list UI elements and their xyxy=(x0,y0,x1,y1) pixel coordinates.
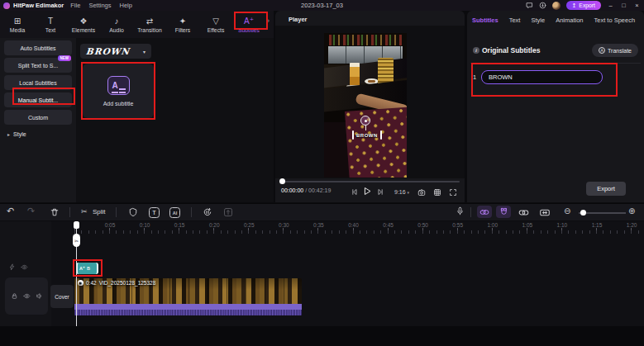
magic-icon[interactable] xyxy=(8,263,16,271)
media-icon: ⊞ xyxy=(14,17,21,26)
undo-icon[interactable]: ↶ xyxy=(7,206,14,216)
panel-export-button[interactable]: Export xyxy=(586,182,626,196)
speed-icon[interactable] xyxy=(203,207,212,217)
ruler-label: 0:40 xyxy=(348,222,359,228)
divider xyxy=(470,207,471,217)
scissors-icon[interactable]: ✂ xyxy=(81,207,88,216)
video-clip[interactable]: ▶ 0:42 VID_20250128_125328 xyxy=(74,278,302,304)
minimize-button[interactable]: – xyxy=(607,2,614,9)
sidebar-item-label: Auto Subtitles xyxy=(20,45,55,51)
play-icon[interactable] xyxy=(363,187,372,196)
export-clip-icon[interactable] xyxy=(223,207,233,217)
previous-frame-icon[interactable] xyxy=(351,188,358,196)
playhead-handle[interactable] xyxy=(74,221,79,229)
subtitle-text-input[interactable] xyxy=(481,70,603,84)
toolbar-item-filters[interactable]: ✦Filters xyxy=(166,12,199,37)
toolbar-item-effects[interactable]: ▽Effects xyxy=(199,12,232,37)
text-tool-icon[interactable]: T xyxy=(149,207,160,218)
split-label[interactable]: Split xyxy=(93,208,106,216)
next-frame-icon[interactable] xyxy=(377,188,384,196)
avatar[interactable] xyxy=(552,2,561,10)
section-title: i Original Subtitles xyxy=(473,46,540,55)
time-display: 00:00:00 / 00:42:19 xyxy=(281,187,331,193)
toolbar-item-audio[interactable]: ♪Audio xyxy=(100,12,133,37)
sidebar-item-local-subtitles[interactable]: Local Subtitles xyxy=(4,75,72,90)
zoom-out-icon[interactable]: ⊖ xyxy=(564,206,570,216)
tab-subtitles[interactable]: Subtitles xyxy=(472,17,499,24)
export-button[interactable]: ↥ Export xyxy=(566,1,601,10)
menu-bar: File Settings Help xyxy=(70,2,132,9)
tab-animation[interactable]: Animation xyxy=(556,17,583,24)
download-icon[interactable] xyxy=(539,2,546,9)
menu-file[interactable]: File xyxy=(70,2,80,9)
close-button[interactable]: × xyxy=(633,2,641,9)
ruler-label: 0:50 xyxy=(417,222,428,228)
audio-waveform[interactable] xyxy=(74,304,302,315)
app-logo-icon xyxy=(3,2,10,9)
tab-style[interactable]: Style xyxy=(531,17,545,24)
preset-dropdown[interactable]: BROWN ▾ xyxy=(80,44,151,59)
add-subtitle-button[interactable]: A Add subtitle xyxy=(83,64,154,118)
sidebar-item-manual-subtit[interactable]: Manual Subtit... xyxy=(4,92,72,107)
toolbar-item-elements[interactable]: ❖Elements xyxy=(67,12,100,37)
sidebar-item-style[interactable]: ▸Style xyxy=(7,131,76,137)
unlink-icon[interactable] xyxy=(518,207,529,218)
ruler-label: 1:15 xyxy=(592,222,603,228)
sidebar-item-custom[interactable]: Custom xyxy=(4,110,72,125)
ruler-label: 0:15 xyxy=(174,222,185,228)
maximize-button[interactable]: □ xyxy=(620,2,627,9)
translate-icon: A xyxy=(599,47,605,54)
snapshot-icon[interactable] xyxy=(417,188,426,197)
toolbar-item-media[interactable]: ⊞Media xyxy=(1,12,34,37)
video-track-header xyxy=(5,277,48,315)
sidebar-item-auto-subtitles[interactable]: Auto Subtitles xyxy=(4,40,72,55)
feedback-icon[interactable] xyxy=(526,2,533,9)
toolbar-item-subtitles[interactable]: A⁺Subtitles xyxy=(232,12,265,37)
tab-text-to-speech[interactable]: Text to Speech xyxy=(594,17,635,24)
aspect-ratio-select[interactable]: 9:16 ▾ xyxy=(394,189,409,195)
zoom-in-icon[interactable]: ⊕ xyxy=(628,206,635,216)
subtitle-rotate-handle[interactable] xyxy=(360,116,370,126)
caret-right-icon: ▸ xyxy=(7,131,10,137)
transition-icon: ⇄ xyxy=(146,17,153,26)
trash-icon[interactable] xyxy=(50,207,60,217)
eye-icon[interactable] xyxy=(23,292,31,300)
lock-icon[interactable] xyxy=(11,292,18,300)
redo-icon[interactable]: ↷ xyxy=(27,206,35,216)
menu-settings[interactable]: Settings xyxy=(88,2,111,9)
panel-tabs: SubtitlesTextStyleAnimationText to Speec… xyxy=(467,11,644,24)
toolbar-item-text[interactable]: TText xyxy=(34,12,67,37)
timeline: 0:050:100:150:200:250:300:350:400:450:50… xyxy=(0,221,644,346)
tab-text[interactable]: Text xyxy=(509,17,521,24)
speaker-icon[interactable] xyxy=(36,292,43,300)
ai-subtitle-icon[interactable]: AI xyxy=(169,207,180,218)
titlebar-actions: ↥ Export – □ × xyxy=(526,0,641,11)
mask-icon[interactable] xyxy=(128,207,138,217)
player-scrubber[interactable] xyxy=(281,181,460,182)
link-clips-icon[interactable] xyxy=(477,206,492,218)
toolbar-item-label: Text xyxy=(45,27,55,33)
divider xyxy=(191,207,192,217)
fullscreen-icon[interactable] xyxy=(449,188,457,197)
chevron-right-icon[interactable]: › xyxy=(267,17,270,25)
zoom-slider-handle[interactable] xyxy=(580,210,586,216)
video-preview[interactable]: BROWN xyxy=(324,33,407,178)
play-circle-icon: ▶ xyxy=(78,280,83,286)
subtitle-row: 1 xyxy=(473,70,603,84)
scrubber-handle[interactable] xyxy=(279,178,285,184)
translate-button[interactable]: A Translate xyxy=(592,44,638,57)
subtitle-overlay[interactable]: BROWN xyxy=(354,130,380,140)
cover-button[interactable]: Cover xyxy=(50,285,74,308)
mic-icon[interactable] xyxy=(456,206,465,216)
grid-icon[interactable] xyxy=(433,188,441,197)
subtitle-clip[interactable]: A⁺ B xyxy=(76,263,98,274)
magnet-snap-icon[interactable] xyxy=(496,206,511,218)
sidebar-item-split-text-to-s[interactable]: Split Text to S...NEW xyxy=(4,58,72,73)
eye-icon[interactable] xyxy=(21,263,28,271)
playhead-scissors-icon[interactable]: ✂ xyxy=(73,234,80,247)
menu-help[interactable]: Help xyxy=(119,2,131,9)
ripple-edit-icon[interactable] xyxy=(539,207,551,218)
divider xyxy=(470,63,641,64)
add-subtitle-label: Add subtitle xyxy=(103,101,134,107)
toolbar-item-transition[interactable]: ⇄Transition xyxy=(133,12,166,37)
